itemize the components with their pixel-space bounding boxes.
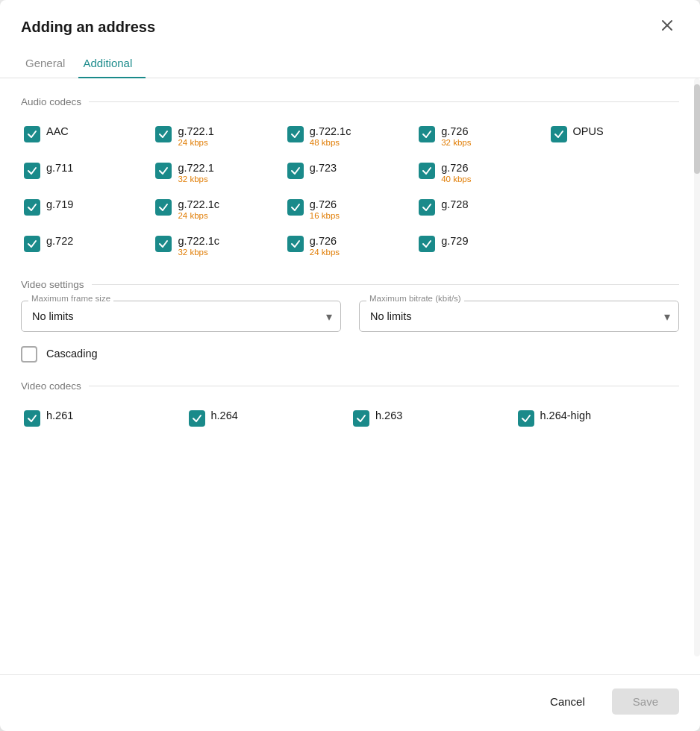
codec-g711-name: g.711	[46, 162, 73, 174]
codec-h263-name: h.263	[375, 410, 402, 421]
codec-g7221c-24-name: g.722.1c	[178, 198, 219, 210]
codec-g7221-24: g.722.1 24 kbps	[152, 118, 284, 154]
save-button[interactable]: Save	[612, 688, 679, 715]
codec-g726-24-name: g.726	[310, 235, 340, 247]
codec-g726-32-name: g.726	[441, 125, 471, 137]
close-button[interactable]	[655, 16, 679, 37]
frame-size-group: Maximum frame size No limits CIF 4CIF 72…	[21, 301, 341, 332]
codec-g726-16-sub: 16 kbps	[310, 211, 340, 220]
codec-g726-16: g.726 16 kbps	[284, 191, 416, 228]
codec-g719-checkbox[interactable]	[24, 199, 40, 216]
codec-g7221-24-name: g.722.1	[178, 125, 213, 137]
codec-g711-checkbox[interactable]	[24, 163, 40, 179]
video-codecs-section: Video codecs h.261	[21, 380, 679, 434]
codec-h264-name: h.264	[211, 410, 238, 421]
video-codecs-label: Video codecs	[21, 380, 679, 392]
audio-codecs-label: Audio codecs	[21, 96, 679, 107]
codec-opus-checkbox[interactable]	[551, 126, 567, 142]
codec-h263-checkbox[interactable]	[353, 410, 369, 427]
dialog-body: Audio codecs AAC g.722	[0, 78, 700, 657]
codec-g7221c-24: g.722.1c 24 kbps	[152, 191, 284, 228]
codec-g726-16-checkbox[interactable]	[287, 199, 304, 216]
codec-aac: AAC	[21, 118, 152, 154]
codec-g7221-24-sub: 24 kbps	[178, 138, 213, 147]
codec-g722-checkbox[interactable]	[24, 236, 40, 252]
cascading-label: Cascading	[46, 348, 98, 360]
codec-g726-32: g.726 32 kbps	[416, 118, 547, 154]
codec-g723-name: g.723	[310, 162, 337, 174]
codec-g711: g.711	[21, 154, 152, 191]
cascading-checkbox[interactable]	[21, 346, 37, 363]
frame-size-select[interactable]: No limits CIF 4CIF 720p 1080p	[21, 301, 341, 332]
codec-g726-40-name: g.726	[441, 162, 471, 174]
codec-aac-name: AAC	[46, 125, 69, 137]
codec-g7221c-48-sub: 48 kbps	[310, 138, 351, 147]
codec-g7221c-32: g.722.1c 32 kbps	[152, 228, 284, 264]
codec-h264high: h.264-high	[515, 402, 680, 434]
dialog-title: Adding an address	[21, 19, 155, 36]
bitrate-select[interactable]: No limits 128 256 512 1024	[359, 301, 679, 332]
video-settings-label: Video settings	[21, 279, 679, 290]
codec-g726-24-sub: 24 kbps	[310, 248, 340, 257]
codec-g726-24: g.726 24 kbps	[284, 228, 416, 264]
codec-g722-name: g.722	[46, 235, 73, 247]
tab-general[interactable]: General	[21, 51, 78, 78]
codec-g728: g.728	[416, 191, 547, 228]
codec-g729: g.729	[416, 228, 547, 264]
codec-g7221-32-sub: 32 kbps	[178, 175, 213, 183]
codec-g7221c-24-sub: 24 kbps	[178, 211, 219, 220]
codec-opus-name: OPUS	[573, 125, 604, 137]
close-icon	[660, 18, 675, 33]
codec-h264: h.264	[186, 402, 351, 434]
codec-g729-name: g.729	[441, 235, 468, 247]
codec-g7221c-32-sub: 32 kbps	[178, 248, 219, 257]
video-dropdowns-row: Maximum frame size No limits CIF 4CIF 72…	[21, 301, 679, 332]
codec-g726-32-checkbox[interactable]	[419, 126, 435, 142]
dialog: Adding an address General Additional Aud…	[0, 0, 700, 731]
codec-opus: OPUS	[548, 118, 679, 154]
video-codec-grid: h.261 h.264	[21, 402, 679, 434]
codec-g7221c-32-checkbox[interactable]	[155, 236, 172, 252]
codec-g7221c-48: g.722.1c 48 kbps	[284, 118, 416, 154]
codec-g728-checkbox[interactable]	[419, 199, 435, 216]
codec-h263: h.263	[350, 402, 515, 434]
codec-g7221-32-name: g.722.1	[178, 162, 213, 174]
codec-g722: g.722	[21, 228, 152, 264]
codec-h264high-checkbox[interactable]	[518, 410, 534, 427]
bitrate-label: Maximum bitrate (kbit/s)	[366, 294, 464, 303]
bitrate-group: Maximum bitrate (kbit/s) No limits 128 2…	[359, 301, 679, 332]
codec-g726-24-checkbox[interactable]	[287, 236, 304, 252]
codec-g726-40-sub: 40 kbps	[441, 175, 471, 183]
dialog-footer: Cancel Save	[0, 674, 700, 731]
codec-g7221-32-checkbox[interactable]	[155, 163, 172, 179]
codec-g726-40: g.726 40 kbps	[416, 154, 547, 191]
codec-h264high-name: h.264-high	[540, 410, 592, 421]
codec-g726-40-checkbox[interactable]	[419, 163, 435, 179]
codec-g7221c-48-checkbox[interactable]	[287, 126, 304, 142]
codec-aac-checkbox[interactable]	[24, 126, 40, 142]
codec-g726-16-name: g.726	[310, 198, 340, 210]
codec-h261-checkbox[interactable]	[24, 410, 40, 427]
scrollbar-track	[694, 78, 700, 657]
codec-g7221-24-checkbox[interactable]	[155, 126, 172, 142]
codec-g729-checkbox[interactable]	[419, 236, 435, 252]
cascading-row: Cascading	[21, 345, 679, 363]
codec-g719-name: g.719	[46, 198, 73, 210]
audio-codec-grid: AAC g.722.1 24 kbps	[21, 118, 679, 264]
scrollbar-thumb[interactable]	[694, 84, 700, 174]
codec-h264-checkbox[interactable]	[189, 410, 205, 427]
codec-g728-name: g.728	[441, 198, 468, 210]
dialog-header: Adding an address	[0, 0, 700, 37]
codec-g723-checkbox[interactable]	[287, 163, 304, 179]
cancel-button[interactable]: Cancel	[534, 688, 601, 715]
tabs-bar: General Additional	[0, 51, 700, 78]
codec-g7221c-24-checkbox[interactable]	[155, 199, 172, 216]
codec-g7221c-48-name: g.722.1c	[310, 125, 351, 137]
codec-g719: g.719	[21, 191, 152, 228]
codec-g726-32-sub: 32 kbps	[441, 138, 471, 147]
frame-size-label: Maximum frame size	[28, 294, 113, 303]
codec-g7221-32: g.722.1 32 kbps	[152, 154, 284, 191]
tab-additional[interactable]: Additional	[78, 51, 146, 78]
video-settings-section: Video settings Maximum frame size No lim…	[21, 279, 679, 363]
codec-h261-name: h.261	[46, 410, 73, 421]
